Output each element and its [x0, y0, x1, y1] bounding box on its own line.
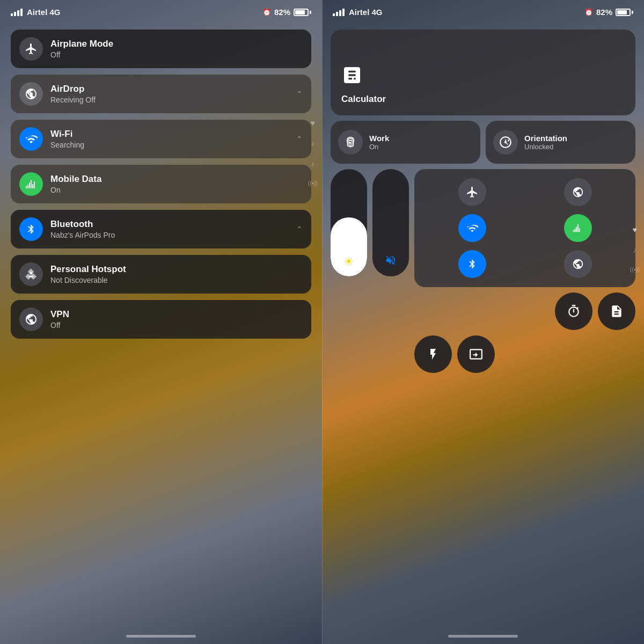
- alarm-icon-right: ⏰: [584, 8, 593, 16]
- orientation-text: Orientation Unlocked: [524, 134, 567, 151]
- network-cluster: [414, 169, 635, 287]
- battery-icon-left: [294, 9, 311, 16]
- wifi-subtitle: Searching: [50, 141, 296, 149]
- mobile-data-icon: [19, 172, 43, 196]
- work-icon: [338, 130, 363, 155]
- calculator-icon: [341, 64, 625, 91]
- svg-rect-3: [349, 140, 353, 141]
- spacer-1: [331, 335, 367, 373]
- side-note-left-2: ♪: [311, 159, 314, 168]
- bluetooth-text: Bluetooth Nabz's AirPods Pro: [50, 219, 296, 239]
- mobile-data-title: Mobile Data: [50, 174, 303, 185]
- calculator-tile[interactable]: Calculator: [331, 30, 635, 115]
- battery-icon-right: [616, 9, 633, 16]
- airdrop-chevron: ⌃: [296, 90, 303, 98]
- cluster-wifi[interactable]: [421, 211, 523, 244]
- control-center: Calculator Work O: [322, 21, 644, 382]
- airplane-mode-title: Airplane Mode: [50, 39, 303, 49]
- airplane-mode-item[interactable]: Airplane Mode Off: [11, 30, 311, 68]
- flashlight-button[interactable]: [414, 335, 452, 373]
- orientation-subtitle: Unlocked: [524, 143, 567, 151]
- side-note-left-1: ♪: [311, 139, 314, 148]
- airdrop-subtitle: Receiving Off: [50, 96, 296, 104]
- side-note-right: ♪: [633, 246, 636, 254]
- carrier-left: Airtel 4G: [27, 8, 61, 17]
- sliders-cluster-row: ☀: [331, 169, 635, 287]
- status-bar-right: Airtel 4G ⏰ 82%: [322, 0, 644, 21]
- side-signal-right: ((•)): [630, 266, 640, 273]
- right-panel: Airtel 4G ⏰ 82% Calculator: [322, 0, 644, 644]
- bluetooth-title: Bluetooth: [50, 219, 296, 230]
- alarm-icon-left: ⏰: [262, 8, 271, 16]
- vpn-subtitle: Off: [50, 321, 303, 330]
- wifi-text: Wi-Fi Searching: [50, 129, 296, 149]
- signal-bar-3: [17, 10, 19, 16]
- work-orientation-row: Work On Orientatio: [331, 121, 635, 164]
- vpn-item[interactable]: VPN Off: [11, 300, 311, 339]
- airplane-mode-icon: [19, 37, 43, 61]
- panel-divider: [322, 0, 323, 644]
- mobile-data-text: Mobile Data On: [50, 174, 303, 194]
- hotspot-text: Personal Hotspot Not Discoverable: [50, 264, 303, 284]
- mute-icon: [385, 254, 397, 269]
- carrier-right: Airtel 4G: [349, 8, 383, 17]
- vpn-icon: [19, 308, 43, 331]
- cluster-mobile[interactable]: [526, 211, 629, 244]
- status-left-right: Airtel 4G: [333, 8, 383, 17]
- status-right-left: ⏰ 82%: [262, 8, 311, 17]
- airplane-mode-subtitle: Off: [50, 50, 303, 59]
- wifi-title: Wi-Fi: [50, 129, 296, 140]
- work-title: Work: [369, 134, 389, 143]
- mirror-button[interactable]: [457, 335, 495, 373]
- calculator-label: Calculator: [341, 94, 625, 105]
- brightness-icon: ☀: [343, 255, 354, 269]
- cluster-bluetooth[interactable]: [421, 248, 523, 281]
- airdrop-title: AirDrop: [50, 84, 296, 94]
- hotspot-item[interactable]: Personal Hotspot Not Discoverable: [11, 255, 311, 294]
- bluetooth-icon: [19, 217, 43, 241]
- left-panel: Airtel 4G ⏰ 82% Airplane Mode Off: [0, 0, 322, 644]
- status-bar-left: Airtel 4G ⏰ 82%: [0, 0, 322, 21]
- action-buttons-row: [331, 292, 635, 330]
- timer-button[interactable]: [555, 292, 592, 330]
- work-tile[interactable]: Work On: [331, 121, 480, 164]
- home-indicator-left: [126, 635, 196, 638]
- wifi-item[interactable]: Wi-Fi Searching ⌃: [11, 120, 311, 158]
- signal-bars-right: [333, 9, 345, 16]
- mobile-data-subtitle: On: [50, 186, 303, 194]
- signal-bar-1: [11, 13, 13, 16]
- svg-point-1: [30, 272, 33, 275]
- side-heart-right: ♥: [633, 225, 637, 234]
- battery-pct-left: 82%: [274, 8, 290, 17]
- brightness-slider[interactable]: ☀: [331, 169, 367, 276]
- airplane-mode-text: Airplane Mode Off: [50, 39, 303, 59]
- side-heart-left: ♥: [311, 119, 315, 127]
- notes-button[interactable]: [598, 292, 635, 330]
- cluster-airdrop[interactable]: [526, 175, 629, 208]
- bluetooth-item[interactable]: Bluetooth Nabz's AirPods Pro ⌃: [11, 210, 311, 248]
- vpn-title: VPN: [50, 309, 303, 320]
- bluetooth-chevron: ⌃: [296, 225, 303, 233]
- work-text: Work On: [369, 134, 389, 151]
- spacer-2: [372, 335, 409, 373]
- cc-main: Calculator Work O: [331, 30, 635, 373]
- network-list: Airplane Mode Off AirDrop Receiving Off …: [0, 21, 322, 347]
- hotspot-subtitle: Not Discoverable: [50, 276, 303, 284]
- wifi-chevron: ⌃: [296, 135, 303, 143]
- work-subtitle: On: [369, 143, 389, 151]
- orientation-title: Orientation: [524, 134, 567, 143]
- signal-bars-left: [11, 9, 23, 16]
- status-left: Airtel 4G: [11, 8, 61, 17]
- airdrop-text: AirDrop Receiving Off: [50, 84, 296, 104]
- cluster-airplane[interactable]: [421, 175, 523, 208]
- orientation-tile[interactable]: Orientation Unlocked: [486, 121, 635, 164]
- volume-slider[interactable]: [372, 169, 409, 276]
- wifi-icon: [19, 127, 43, 151]
- bluetooth-subtitle: Nabz's AirPods Pro: [50, 231, 296, 239]
- battery-pct-right: 82%: [596, 8, 612, 17]
- mobile-data-item[interactable]: Mobile Data On: [11, 165, 311, 203]
- cluster-hotspot[interactable]: [526, 248, 629, 281]
- status-right-right: ⏰ 82%: [584, 8, 633, 17]
- airdrop-item[interactable]: AirDrop Receiving Off ⌃: [11, 75, 311, 113]
- hotspot-title: Personal Hotspot: [50, 264, 303, 275]
